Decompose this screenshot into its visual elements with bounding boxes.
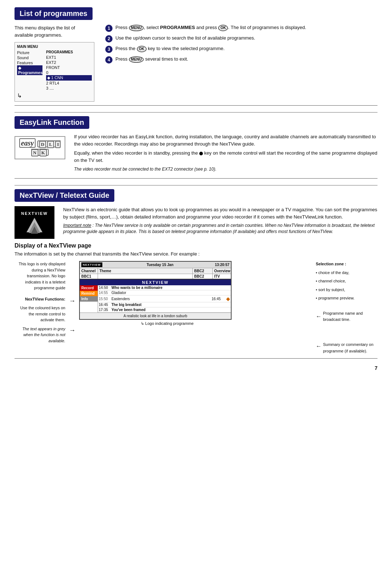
arrow-indicator: ↳ — [17, 92, 22, 99]
easylink-para2: Equally, when the video recorder is in s… — [74, 150, 377, 164]
prog-time-3: 15:50 — [99, 297, 111, 301]
nextview-wings — [26, 218, 42, 234]
section3-header: NexTView / Teletext Guide — [15, 189, 114, 202]
nv-sub-bbc2: BBC2 — [193, 274, 213, 279]
left-label-fn-body: Use the coloured keys on the remote cont… — [15, 305, 65, 323]
easylink-text: If your video recorder has an EasyLink f… — [74, 133, 377, 175]
menu-item-highlight: ◆ Programmes — [17, 65, 42, 75]
submenu-item-highlighted: ◆ 1 CNN — [46, 75, 92, 81]
left-arrow-col: → → — [69, 261, 75, 334]
left-label-fn-title: NexTView Functions: — [15, 296, 65, 302]
step-4: 4 Press MENU several times to exit. — [105, 56, 377, 64]
page-number: 7 — [15, 365, 377, 371]
prog-title-3: Eastenders — [111, 297, 212, 301]
step-1-text: Press MENU, select PROGRAMMES and press … — [115, 24, 306, 31]
selection-zone-title: Selection zone : — [316, 261, 377, 268]
nextview-para2: Important note : The NexTView service is… — [63, 222, 377, 235]
nextview-text: NexTView is an electronic guide that all… — [63, 206, 377, 237]
menu-row: Picture Sound Features ◆ Programmes PROG… — [17, 50, 92, 91]
step-1: 1 Press MENU, select PROGRAMMES and pres… — [105, 24, 377, 32]
step-3-text: Press the OK key to view the selected pr… — [115, 45, 225, 52]
section-easylink: EasyLink Function easy D L I N K If your… — [15, 116, 377, 179]
left-arrow-prog: ← — [316, 312, 322, 321]
programmes-left: This menu displays the list of available… — [15, 24, 94, 102]
selection-item-4: • programme preview. — [316, 295, 377, 302]
prog-row-1: 14:50 Who wants to be a millionaire — [98, 285, 231, 290]
programmes-intro: This menu displays the list of available… — [15, 24, 94, 38]
programmes-right: 1 Press MENU, select PROGRAMMES and pres… — [105, 24, 377, 66]
step-2-text: Use the up/down cursor to search the lis… — [115, 35, 255, 41]
left-label-fn-italic: The text appears in grey when the functi… — [15, 326, 65, 344]
diagram-center: NEXTVIEW Tuesday 15 Jan 13:20:57 Channel… — [79, 261, 312, 326]
prog-title-1: Who wants to be a millionaire — [111, 286, 230, 290]
nextview-content: NEXTVIEW NexTView is an electronic guide… — [15, 206, 377, 239]
easylink-para1: If your video recorder has an EasyLink f… — [74, 133, 377, 147]
ok-button-icon-2: OK — [137, 46, 147, 52]
prog-title-4: The big breakfast — [111, 303, 230, 307]
display-title: Display of a NexTView page — [15, 242, 377, 249]
prog-extra-3: 16:45 — [212, 297, 226, 301]
prog-time-1: 14:50 — [99, 286, 111, 290]
wings-container — [26, 218, 42, 234]
section-nextview: NexTView / Teletext Guide NEXTVIEW NexTV… — [15, 189, 377, 359]
numbered-steps: 1 Press MENU, select PROGRAMMES and pres… — [105, 24, 377, 64]
logo-indicator-row: ↳ Logo indicating programme — [79, 321, 312, 326]
nv-programmes-area: Record Remind Info 14:50 Who wants to be… — [80, 285, 231, 313]
nv-nextview-banner-spacer — [98, 274, 193, 279]
submenu-item: 2 RTL4 — [46, 81, 92, 86]
menu-diagram: MAIN MENU Picture Sound Features ◆ Progr… — [15, 42, 94, 102]
prog-name-label: Programme name and broadcast time. — [323, 310, 377, 323]
k-icon: K — [40, 149, 47, 156]
prog-time-2: 14:55 — [99, 291, 111, 295]
step-num-1: 1 — [105, 25, 113, 32]
nv-col-theme: Theme — [98, 268, 193, 274]
prog-row-2: 14:55 Gladiator — [98, 290, 231, 295]
nv-screen: NEXTVIEW Tuesday 15 Jan 13:20:57 Channel… — [79, 261, 232, 320]
nextview-logo-text: NEXTVIEW — [21, 211, 48, 216]
step-4-text: Press MENU several times to exit. — [115, 56, 188, 63]
nv-date: Tuesday 15 Jan — [105, 263, 215, 267]
prog-row-5: 17:35 You've been framed — [98, 307, 231, 313]
menu-right-col: PROGRAMMES EXT1 EXT2 FRONT 0 ◆ 1 CNN 2 R… — [46, 50, 92, 91]
logo-indicator-line: ↳ Logo indicating programme — [141, 321, 193, 326]
display-section: Display of a NexTView page The informati… — [15, 242, 377, 355]
step-2: 2 Use the up/down cursor to search the l… — [105, 35, 377, 42]
nv-sub-itv: ITV — [213, 274, 231, 279]
summary-label: Summary or commentary on programme (if a… — [323, 342, 377, 354]
n-icon: N — [31, 149, 38, 156]
nextview-para1: NexTView is an electronic guide that all… — [63, 206, 377, 220]
l-icon: L — [47, 141, 54, 148]
selection-item-2: • channel choice, — [316, 278, 377, 285]
nv-col-ch2: BBC2 — [193, 268, 213, 274]
programmes-content: This menu displays the list of available… — [15, 24, 377, 102]
step-3: 3 Press the OK key to view the selected … — [105, 45, 377, 53]
section2-header: EasyLink Function — [15, 116, 89, 129]
menu-button-icon: MENU — [129, 25, 144, 31]
prog-time-5: 17:35 — [99, 308, 111, 312]
nextview-diagram-area: This logo is only displayed during a Nex… — [15, 261, 377, 355]
menu-item: Sound — [17, 55, 42, 60]
nv-time: 13:20:57 — [215, 263, 229, 267]
left-arrow-summary: ← — [316, 342, 322, 351]
diagram-right-label: Selection zone : • choice of the day, • … — [316, 261, 377, 355]
submenu-item: 3 .... — [46, 86, 92, 91]
section1-header: List of programmes — [15, 7, 93, 20]
left-label-logo-note: This logo is only displayed during a Nex… — [15, 261, 65, 291]
submenu-item: FRONT — [46, 65, 92, 70]
fn-remind: Remind — [80, 291, 98, 296]
nv-logo-small: NEXTVIEW — [81, 262, 102, 267]
submenu-item: EXT2 — [46, 60, 92, 65]
wing-small — [31, 226, 38, 234]
easylink-content: easy D L I N K If your video recorder ha… — [15, 133, 377, 175]
easylink-para3: The video recorder must be connected to … — [74, 166, 377, 172]
link-boxes: D L I N K — [31, 140, 61, 156]
nv-subheaders: BBC1 BBC2 ITV — [80, 274, 231, 279]
nv-function-col: Record Remind Info — [80, 285, 98, 313]
nextview-logo-box: NEXTVIEW — [15, 206, 54, 239]
menu-item: Picture — [17, 50, 42, 55]
fn-record: Record — [80, 285, 98, 291]
step-num-3: 3 — [105, 46, 113, 53]
summary-label-row: ← Summary or commentary on programme (if… — [316, 342, 377, 354]
nv-sub-bbc1: BBC1 — [80, 274, 98, 279]
diamond-icon: ◆ — [226, 296, 230, 302]
